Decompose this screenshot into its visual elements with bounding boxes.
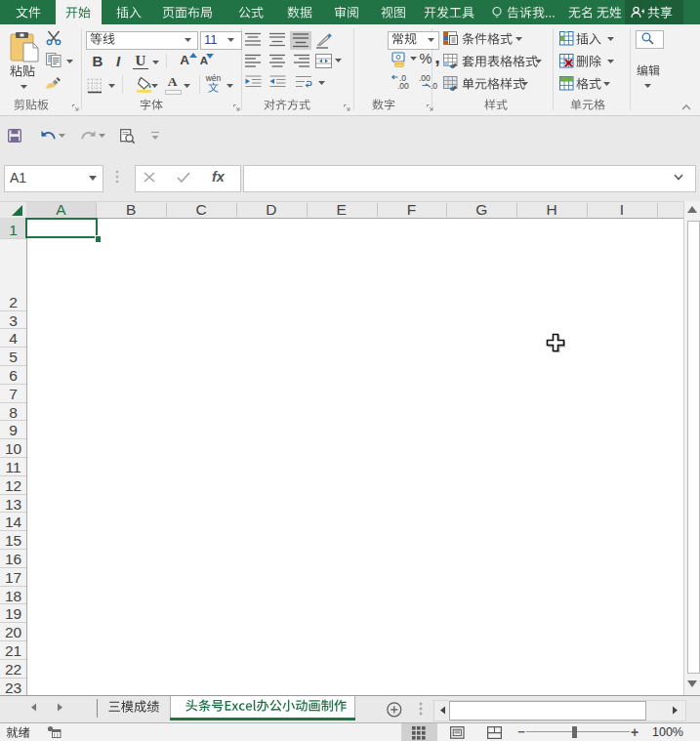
svg-text:.00: .00 xyxy=(419,73,431,83)
svg-text:.0: .0 xyxy=(431,81,437,89)
svg-text:.00: .00 xyxy=(397,81,409,89)
